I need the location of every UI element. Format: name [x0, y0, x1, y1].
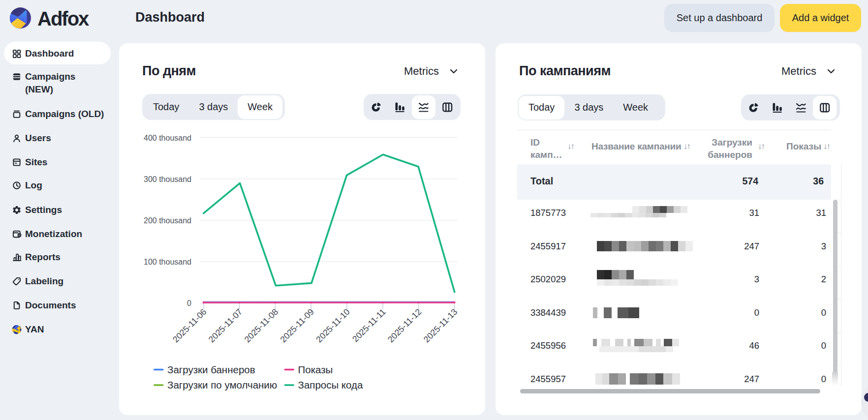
svg-text:Загрузки баннеров: Загрузки баннеров [167, 364, 255, 375]
svg-text:2025-11-10: 2025-11-10 [314, 306, 352, 344]
svg-text:2025-11-11: 2025-11-11 [350, 307, 388, 344]
svg-text:400 thousand: 400 thousand [144, 134, 191, 142]
svg-text:Загрузки по умолчанию: Загрузки по умолчанию [167, 379, 277, 390]
svg-text:2025-11-06: 2025-11-06 [171, 307, 209, 345]
svg-text:0: 0 [187, 299, 191, 307]
svg-text:2025-11-13: 2025-11-13 [422, 307, 460, 345]
svg-text:2025-11-09: 2025-11-09 [278, 307, 316, 345]
svg-text:Запросы кода: Запросы кода [298, 379, 363, 390]
svg-text:200 thousand: 200 thousand [144, 216, 191, 225]
svg-text:2025-11-12: 2025-11-12 [386, 307, 424, 345]
svg-text:Показы: Показы [298, 364, 333, 375]
svg-text:2025-11-08: 2025-11-08 [243, 307, 280, 345]
svg-text:300 thousand: 300 thousand [144, 175, 191, 183]
svg-text:100 thousand: 100 thousand [144, 258, 191, 266]
svg-text:2025-11-07: 2025-11-07 [207, 307, 245, 345]
